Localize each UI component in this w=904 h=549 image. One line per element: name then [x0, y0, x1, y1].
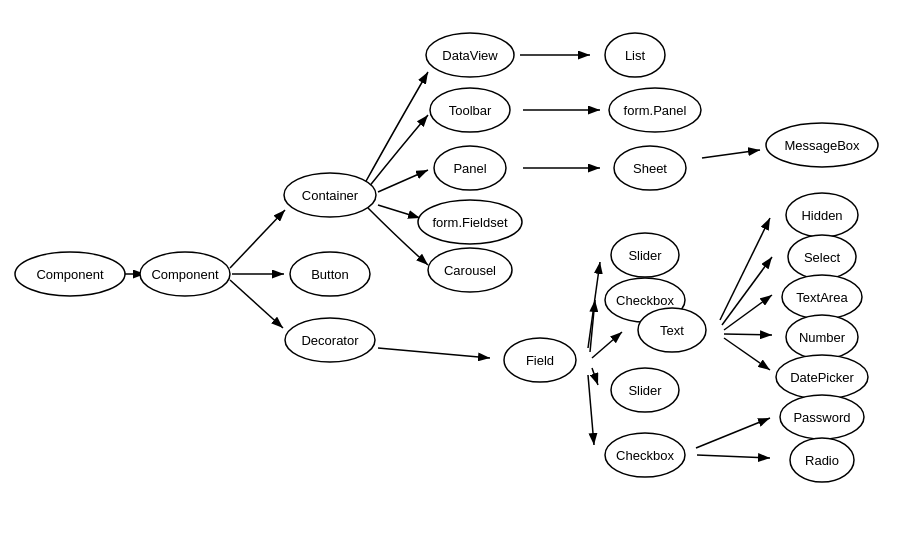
arrow-decorator-field — [378, 348, 490, 358]
label-decorator: Decorator — [301, 333, 359, 348]
arrow-field-slider2 — [592, 368, 598, 385]
label-sheet: Sheet — [633, 161, 667, 176]
arrow-text-select — [722, 257, 772, 325]
arrow-container-dataview — [365, 72, 428, 183]
diagram-canvas: Component Component Container Button Dec… — [0, 0, 904, 549]
label-textarea: TextArea — [796, 290, 848, 305]
arrow-sheet-messagebox — [702, 150, 760, 158]
arrow-checkbox2-radio — [697, 455, 770, 458]
label-carousel: Carousel — [444, 263, 496, 278]
label-dataview: DataView — [442, 48, 498, 63]
label-slider1: Slider — [628, 248, 662, 263]
label-slider2: Slider — [628, 383, 662, 398]
label-list: List — [625, 48, 646, 63]
label-formfieldset: form.Fieldset — [432, 215, 508, 230]
label-hidden: Hidden — [801, 208, 842, 223]
arrow-comp2-container — [230, 210, 285, 268]
label-number: Number — [799, 330, 846, 345]
label-component2: Component — [151, 267, 219, 282]
label-formpanel: form.Panel — [624, 103, 687, 118]
label-text: Text — [660, 323, 684, 338]
label-checkbox2: Checkbox — [616, 448, 674, 463]
arrow-text-datepicker — [724, 338, 770, 370]
arrow-container-formfieldset — [378, 205, 420, 218]
label-messagebox: MessageBox — [784, 138, 860, 153]
label-checkbox1: Checkbox — [616, 293, 674, 308]
arrow-container-panel — [378, 170, 428, 192]
label-toolbar: Toolbar — [449, 103, 492, 118]
arrow-text-number — [724, 334, 772, 335]
label-container: Container — [302, 188, 359, 203]
arrow-field-checkbox2 — [588, 375, 594, 445]
label-radio: Radio — [805, 453, 839, 468]
label-button: Button — [311, 267, 349, 282]
label-select: Select — [804, 250, 841, 265]
label-component1: Component — [36, 267, 104, 282]
arrow-comp2-decorator — [230, 280, 283, 328]
label-field: Field — [526, 353, 554, 368]
label-panel: Panel — [453, 161, 486, 176]
arrow-container-toolbar — [368, 115, 428, 188]
arrow-checkbox2-password — [696, 418, 770, 448]
arrow-field-text — [592, 332, 622, 358]
label-datepicker: DatePicker — [790, 370, 854, 385]
label-password: Password — [793, 410, 850, 425]
